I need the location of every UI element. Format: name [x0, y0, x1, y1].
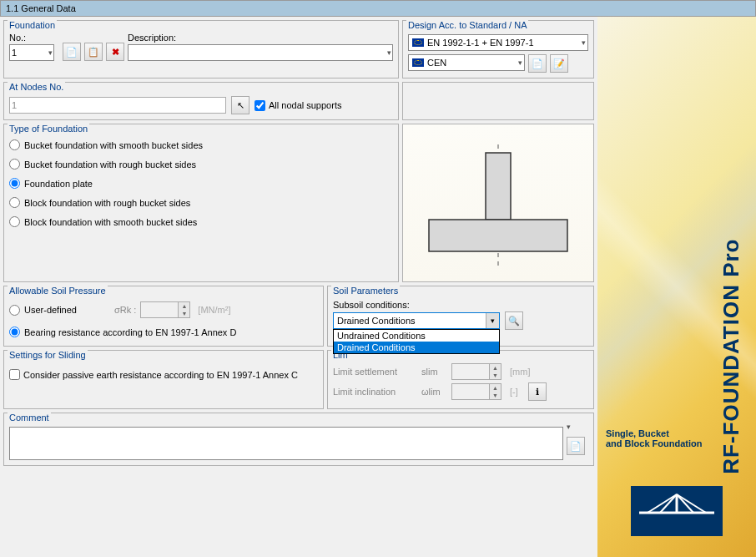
branding-panel: RF-FOUNDATION Pro Single, Bucket and Blo…: [597, 17, 756, 557]
foundation-type-label: Bucket foundation with smooth bucket sid…: [24, 140, 203, 150]
pick-nodes-button[interactable]: ↖: [231, 96, 249, 114]
all-nodal-supports-checkbox[interactable]: [255, 100, 265, 111]
chevron-down-icon: ▾: [518, 58, 522, 67]
eu-flag-icon: [412, 58, 424, 67]
soil-library-button[interactable]: 🔍: [505, 311, 523, 330]
chevron-down-icon[interactable]: ▾: [567, 423, 585, 431]
nodes-group-title: At Nodes No.: [8, 82, 65, 92]
copy-icon-button[interactable]: 📋: [84, 43, 103, 61]
sigma-unit: [MN/m²]: [198, 305, 230, 315]
bearing-radio[interactable]: [9, 327, 20, 337]
comment-group: Comment ▾ 📄: [3, 413, 594, 466]
dropdown-item-drained[interactable]: Drained Conditions: [334, 342, 499, 353]
foundation-type-radio[interactable]: [9, 178, 20, 189]
chevron-up-icon: ▲: [490, 384, 501, 392]
chevron-up-icon: ▲: [490, 364, 501, 372]
inclination-unit: [-]: [510, 387, 518, 397]
delete-icon-button[interactable]: ✖: [106, 43, 124, 61]
comment-title: Comment: [8, 413, 51, 423]
comment-library-button[interactable]: 📄: [567, 437, 585, 455]
sigma-spinner: ▲▼: [140, 301, 190, 318]
nodes-group: At Nodes No. ↖ All nodal supports: [3, 82, 399, 120]
foundation-type-option[interactable]: Block foundation with rough bucket sides: [9, 197, 393, 208]
na-value: CEN: [427, 58, 446, 68]
foundation-type-label: Block foundation with smooth bucket side…: [24, 217, 197, 227]
inclination-label: Limit inclination: [333, 387, 416, 397]
foundation-diagram: [415, 132, 582, 274]
main-container: Foundation No.: ▾ 📄 📋 ✖ Description:: [0, 17, 756, 557]
chevron-down-icon: ▾: [582, 38, 586, 47]
sliding-title: Settings for Sliding: [8, 350, 88, 360]
comment-textarea[interactable]: [9, 427, 563, 460]
subsoil-selected: Drained Conditions: [337, 316, 416, 326]
left-panel: Foundation No.: ▾ 📄 📋 ✖ Description:: [0, 17, 597, 557]
user-defined-label: User-defined: [24, 305, 77, 315]
nodes-input: [9, 97, 226, 114]
svg-rect-1: [486, 153, 511, 220]
chevron-down-icon: ▼: [179, 310, 189, 317]
chevron-up-icon: ▲: [179, 302, 189, 310]
foundation-type-group: Type of Foundation Bucket foundation wit…: [3, 124, 399, 282]
settlement-label: Limit settlement: [333, 367, 416, 377]
new-icon-button[interactable]: 📄: [63, 43, 81, 61]
no-label: No.:: [9, 33, 59, 43]
foundation-type-radio[interactable]: [9, 197, 20, 208]
type-group-title: Type of Foundation: [8, 124, 89, 134]
user-defined-radio[interactable]: [9, 305, 20, 316]
chevron-down-icon: ▼: [490, 372, 501, 379]
edit-standard-button[interactable]: 📝: [550, 54, 568, 73]
title-bar: 1.1 General Data: [0, 0, 756, 17]
passive-resistance-label: Consider passive earth resistance accord…: [23, 370, 298, 380]
foundation-group-title: Foundation: [8, 20, 57, 30]
foundation-preview: [402, 124, 594, 282]
allowable-title: Allowable Soil Pressure: [8, 286, 108, 296]
chevron-down-icon[interactable]: ▾: [486, 313, 499, 328]
settlement-unit: [mm]: [510, 367, 530, 377]
foundation-type-label: Block foundation with rough bucket sides: [24, 198, 190, 208]
settlement-symbol: slim: [421, 367, 446, 377]
foundation-type-radio[interactable]: [9, 159, 20, 170]
bearing-label: Bearing resistance according to EN 1997-…: [24, 327, 236, 337]
dlubal-logo: [631, 486, 723, 536]
sigma-label: σRk :: [114, 305, 136, 315]
allowable-group: Allowable Soil Pressure User-defined σRk…: [3, 286, 324, 347]
foundation-type-option[interactable]: Foundation plate: [9, 178, 393, 189]
eu-flag-icon: [412, 38, 424, 47]
limit-group: Lim Limit settlement slim ▲▼ [mm] Limit …: [327, 350, 594, 409]
na-select[interactable]: CEN ▾: [408, 54, 525, 71]
standard-group-title: Design Acc. to Standard / NA: [406, 20, 528, 30]
foundation-type-label: Foundation plate: [24, 179, 93, 189]
info-button[interactable]: ℹ: [528, 382, 547, 401]
new-standard-button[interactable]: 📄: [528, 54, 547, 73]
standard-group: Design Acc. to Standard / NA EN 1992-1-1…: [402, 20, 594, 78]
inclination-spinner: ▲▼: [451, 383, 501, 400]
inclination-symbol: ωlim: [421, 387, 446, 397]
foundation-type-radio[interactable]: [9, 139, 20, 150]
foundation-type-label: Bucket foundation with rough bucket side…: [24, 160, 196, 170]
subsoil-dropdown-list: Undrained Conditions Drained Conditions: [333, 329, 500, 354]
subsoil-label: Subsoil conditions:: [333, 300, 410, 310]
dropdown-item-undrained[interactable]: Undrained Conditions: [334, 330, 499, 342]
foundation-type-radio[interactable]: [9, 216, 20, 227]
description-input[interactable]: [128, 44, 393, 61]
desc-label: Description:: [128, 33, 393, 43]
empty-panel: [402, 82, 594, 120]
passive-resistance-checkbox[interactable]: [9, 369, 20, 380]
soil-parameters-group: Soil Parameters Subsoil conditions: Drai…: [327, 286, 594, 347]
foundation-type-option[interactable]: Block foundation with smooth bucket side…: [9, 216, 393, 227]
svg-rect-2: [429, 220, 567, 251]
sliding-group: Settings for Sliding Consider passive ea…: [3, 350, 324, 409]
foundation-no-select[interactable]: [9, 44, 54, 61]
soil-title: Soil Parameters: [331, 286, 400, 296]
foundation-group: Foundation No.: ▾ 📄 📋 ✖ Description:: [3, 20, 399, 78]
foundation-type-option[interactable]: Bucket foundation with smooth bucket sid…: [9, 139, 393, 150]
all-nodal-label: All nodal supports: [269, 100, 341, 110]
subsoil-dropdown[interactable]: Drained Conditions ▾ Undrained Condition…: [333, 312, 500, 329]
chevron-down-icon: ▼: [490, 392, 501, 399]
standard-select[interactable]: EN 1992-1-1 + EN 1997-1 ▾: [408, 34, 588, 51]
product-subtitle: Single, Bucket and Block Foundation: [606, 428, 748, 448]
foundation-type-option[interactable]: Bucket foundation with rough bucket side…: [9, 159, 393, 170]
settlement-spinner: ▲▼: [451, 363, 501, 380]
standard-value: EN 1992-1-1 + EN 1997-1: [427, 38, 534, 48]
